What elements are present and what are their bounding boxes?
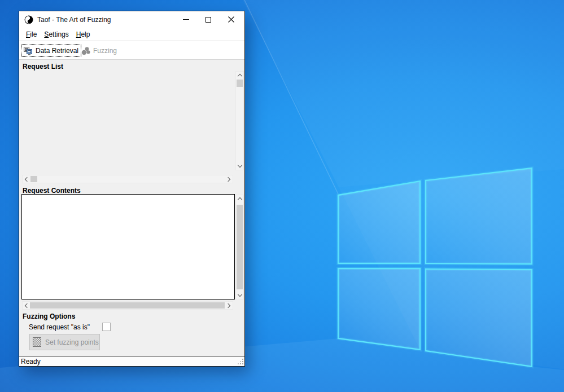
menu-file-label: ile <box>30 30 37 38</box>
menu-bar: File Settings Help <box>19 28 244 41</box>
send-as-is-checkbox[interactable] <box>102 323 111 331</box>
request-contents-label: Request Contents <box>23 187 81 195</box>
scroll-left-button[interactable] <box>23 302 30 309</box>
chevron-down-icon <box>237 163 242 168</box>
fuzzing-icon <box>81 46 90 55</box>
fuzzing-label: Fuzzing <box>93 47 117 55</box>
scroll-right-button[interactable] <box>225 175 233 183</box>
chevron-up-icon <box>237 197 242 202</box>
hscroll-thumb[interactable] <box>30 176 37 182</box>
resize-grip[interactable] <box>238 359 243 364</box>
vscroll-thumb[interactable] <box>237 80 243 87</box>
menu-file[interactable]: File <box>26 30 37 38</box>
chevron-right-icon <box>226 303 230 307</box>
minimize-button[interactable] <box>174 11 197 28</box>
vscroll-thumb[interactable] <box>237 205 243 289</box>
window-title: Taof - The Art of Fuzzing <box>37 16 111 24</box>
scroll-up-button[interactable] <box>236 195 243 202</box>
chevron-left-icon <box>25 177 29 181</box>
menu-settings-label: ettings <box>49 30 68 38</box>
menu-settings[interactable]: Settings <box>44 30 68 38</box>
request-contents-hscrollbar[interactable] <box>22 301 233 310</box>
chevron-right-icon <box>226 177 230 181</box>
title-bar[interactable]: Taof - The Art of Fuzzing <box>19 11 244 28</box>
hscroll-thumb[interactable] <box>30 302 225 309</box>
close-button[interactable] <box>220 11 242 28</box>
scroll-up-button[interactable] <box>236 72 243 79</box>
scroll-down-button[interactable] <box>236 162 243 170</box>
set-fuzzing-points-label: Set fuzzing points <box>45 338 99 346</box>
request-contents-textarea[interactable] <box>21 194 235 299</box>
request-list-vscrollbar[interactable] <box>235 71 244 170</box>
maximize-button[interactable] <box>197 11 220 28</box>
status-text: Ready <box>21 358 41 365</box>
menu-help-label: elp <box>81 30 90 38</box>
caption-buttons <box>174 11 242 28</box>
chevron-left-icon <box>25 303 29 307</box>
scroll-left-button[interactable] <box>23 175 30 183</box>
data-retrieval-icon <box>24 46 33 55</box>
maximize-icon <box>206 17 211 23</box>
yin-yang-icon <box>23 14 34 25</box>
set-fuzzing-points-icon <box>33 337 41 347</box>
fuzzing-button[interactable]: Fuzzing <box>81 44 117 57</box>
data-retrieval-label: Data Retrieval <box>36 47 78 55</box>
request-list-hscrollbar[interactable] <box>22 175 233 183</box>
fuzzing-options-label: Fuzzing Options <box>23 312 75 320</box>
chevron-down-icon <box>237 292 242 297</box>
client-area: Request List Request Contents <box>19 60 244 356</box>
chevron-up-icon <box>237 74 242 78</box>
toolbar: Data Retrieval Fuzzing <box>19 41 244 59</box>
send-as-is-label: Send request "as is" <box>29 323 90 331</box>
data-retrieval-button[interactable]: Data Retrieval <box>21 44 81 57</box>
taof-window: Taof - The Art of Fuzzing File Settings … <box>19 11 245 367</box>
set-fuzzing-points-button[interactable]: Set fuzzing points <box>29 334 100 350</box>
status-bar: Ready <box>19 356 244 366</box>
request-list-box[interactable] <box>21 71 235 171</box>
minimize-icon <box>183 19 189 20</box>
menu-help[interactable]: Help <box>76 30 90 38</box>
scroll-down-button[interactable] <box>236 292 243 299</box>
request-contents-vscrollbar[interactable] <box>235 195 244 299</box>
request-list-label: Request List <box>23 63 63 71</box>
close-icon <box>228 16 234 23</box>
scroll-right-button[interactable] <box>225 302 233 309</box>
